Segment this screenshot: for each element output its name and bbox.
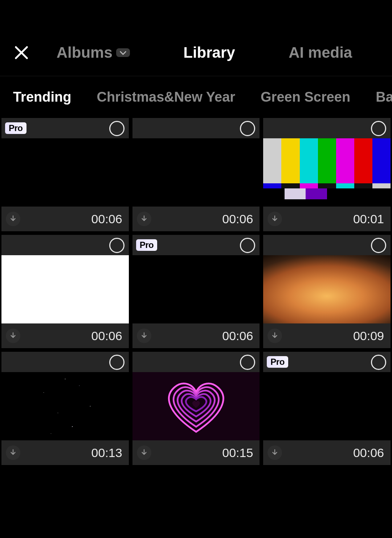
download-button[interactable]	[6, 212, 20, 226]
clip-bottom: 00:06	[1, 207, 129, 231]
chevron-down-icon	[116, 48, 130, 57]
select-circle-icon[interactable]	[240, 238, 255, 253]
clip-bottom: 00:13	[1, 440, 129, 465]
download-icon	[9, 215, 17, 223]
clip-duration: 00:06	[353, 446, 384, 460]
download-button[interactable]	[268, 329, 282, 343]
clip-duration: 00:06	[91, 329, 122, 343]
clip-thumbnail	[132, 255, 260, 323]
category-tabs[interactable]: Trending Christmas&New Year Green Screen…	[0, 76, 392, 118]
clip-card[interactable]: 00:15	[132, 352, 260, 465]
clip-top	[1, 352, 129, 372]
clip-thumbnail	[263, 138, 391, 207]
clip-card[interactable]: Pro 00:06	[263, 352, 391, 465]
header: Albums Library AI media	[0, 0, 392, 76]
download-icon	[9, 449, 17, 457]
select-circle-icon[interactable]	[109, 355, 124, 370]
clip-duration: 00:06	[91, 212, 122, 226]
clip-bottom: 00:06	[1, 323, 129, 348]
select-circle-icon[interactable]	[109, 121, 124, 136]
select-circle-icon[interactable]	[371, 355, 386, 370]
pro-badge: Pro	[267, 356, 288, 368]
hearts-icon	[132, 372, 260, 440]
select-circle-icon[interactable]	[240, 121, 255, 136]
clip-bottom: 00:06	[263, 440, 391, 465]
select-circle-icon[interactable]	[371, 121, 386, 136]
download-icon	[271, 449, 279, 457]
clip-top	[132, 352, 260, 372]
clip-top: Pro	[1, 118, 129, 138]
clip-thumbnail	[132, 138, 260, 207]
clip-card[interactable]: Pro 00:06	[132, 235, 260, 348]
tab-library[interactable]: Library	[183, 44, 235, 61]
clip-duration: 00:01	[353, 212, 384, 226]
download-button[interactable]	[137, 212, 151, 226]
download-button[interactable]	[6, 329, 20, 343]
download-button[interactable]	[137, 445, 151, 460]
tab-albums-label: Albums	[57, 44, 113, 61]
clip-thumbnail	[263, 372, 391, 440]
download-icon	[9, 332, 17, 340]
select-circle-icon[interactable]	[371, 238, 386, 253]
clip-bottom: 00:06	[132, 323, 260, 348]
pro-badge: Pro	[136, 239, 158, 251]
download-button[interactable]	[137, 329, 151, 343]
clip-card[interactable]: 00:01	[263, 118, 391, 231]
clip-card[interactable]: 00:06	[132, 118, 260, 231]
clip-card[interactable]: 00:13	[1, 352, 129, 465]
download-button[interactable]	[6, 445, 20, 460]
category-christmas-new-year[interactable]: Christmas&New Year	[97, 89, 235, 105]
clip-bottom: 00:15	[132, 440, 260, 465]
pro-badge: Pro	[5, 122, 26, 134]
clip-thumbnail	[1, 372, 129, 440]
clip-top	[132, 118, 260, 138]
tab-ai-media[interactable]: AI media	[289, 44, 352, 61]
clip-top: Pro	[132, 235, 260, 255]
tab-library-label: Library	[183, 44, 235, 61]
clip-thumbnail	[132, 372, 260, 440]
clip-bottom: 00:09	[263, 323, 391, 348]
clip-bottom: 00:06	[132, 207, 260, 231]
select-circle-icon[interactable]	[109, 238, 124, 253]
download-icon	[271, 332, 279, 340]
clip-top	[263, 235, 391, 255]
download-icon	[140, 332, 148, 340]
clip-thumbnail	[1, 255, 129, 323]
clip-card[interactable]: 00:06	[1, 235, 129, 348]
clip-duration: 00:09	[353, 329, 384, 343]
download-icon	[140, 215, 148, 223]
close-button[interactable]	[13, 44, 30, 61]
clip-duration: 00:13	[91, 446, 122, 460]
download-icon	[140, 449, 148, 457]
clip-bottom: 00:01	[263, 207, 391, 231]
category-green-screen[interactable]: Green Screen	[261, 89, 350, 105]
clip-thumbnail	[1, 138, 129, 207]
clip-top	[1, 235, 129, 255]
clip-duration: 00:06	[222, 212, 253, 226]
clip-card[interactable]: Pro 00:06	[1, 118, 129, 231]
select-circle-icon[interactable]	[240, 355, 255, 370]
tab-albums[interactable]: Albums	[57, 44, 130, 61]
download-icon	[271, 215, 279, 223]
clip-duration: 00:15	[222, 446, 253, 460]
clip-top	[263, 118, 391, 138]
clip-top: Pro	[263, 352, 391, 372]
clip-duration: 00:06	[222, 329, 253, 343]
top-tabs: Albums Library AI media	[30, 44, 379, 61]
clip-card[interactable]: 00:09	[263, 235, 391, 348]
tab-ai-media-label: AI media	[289, 44, 352, 61]
download-button[interactable]	[268, 212, 282, 226]
clip-grid: Pro 00:06 00:06	[0, 118, 392, 465]
clip-thumbnail	[263, 255, 391, 323]
category-trending[interactable]: Trending	[13, 89, 71, 105]
download-button[interactable]	[268, 445, 282, 460]
close-icon	[13, 44, 30, 61]
category-background[interactable]: Background	[376, 89, 392, 105]
